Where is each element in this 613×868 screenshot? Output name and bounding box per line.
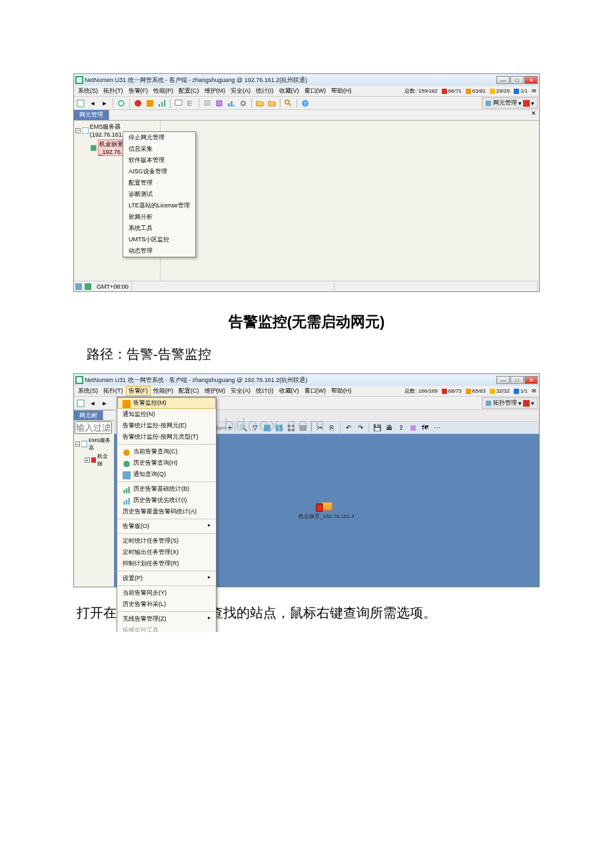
menu-stats[interactable]: 统计(I) [253, 387, 277, 395]
menu-stats[interactable]: 统计(I) [253, 87, 277, 95]
menu-favorites[interactable]: 收藏(V) [277, 387, 302, 395]
menu-history-base-stat[interactable]: 历史告警基础统计(B) [117, 483, 216, 495]
nav-back-icon[interactable]: ◄ [87, 98, 98, 109]
layout2-icon[interactable] [274, 423, 285, 433]
cube-icon[interactable] [214, 98, 225, 109]
ctx-sys-tools[interactable]: 系统工具 [123, 223, 195, 234]
menu-maintain[interactable]: 维护(M) [202, 387, 229, 395]
help-icon[interactable]: ? [300, 98, 310, 109]
menu-help[interactable]: 帮助(H) [328, 87, 354, 95]
grid-icon[interactable] [286, 423, 297, 433]
ctx-stop-ne[interactable]: 停止网元管理 [123, 132, 195, 143]
tab-close-icon[interactable]: ✕ [528, 110, 539, 120]
tree-icon[interactable] [185, 98, 196, 109]
tree-filter-input[interactable] [75, 421, 112, 434]
menu-alarm-stat-ne[interactable]: 告警统计监控-按网元(E) [117, 420, 216, 431]
menu-performance[interactable]: 性能(P) [151, 87, 176, 95]
window-close-button[interactable]: ✕ [524, 376, 538, 384]
layout1-icon[interactable] [262, 423, 273, 433]
window-maximize-button[interactable]: □ [510, 76, 524, 84]
menu-history-quality-stat[interactable]: 历史告警优劣统计(I) [117, 495, 216, 506]
menu-topology[interactable]: 拓扑(T) [101, 387, 126, 395]
nav-new-icon[interactable] [75, 398, 86, 409]
menu-system[interactable]: 系统(S) [75, 387, 101, 395]
menu-history-cover-stat[interactable]: 历史告警覆盖告警码统计(A) [117, 506, 216, 517]
menu-suppress-plan-task[interactable]: 抑制计划任务管理(R) [117, 558, 216, 569]
more-icon[interactable]: ⋯ [432, 423, 442, 433]
tab-ne-management[interactable]: 网元管理 [74, 110, 109, 120]
list-icon[interactable] [202, 98, 213, 109]
nav-new-icon[interactable] [75, 98, 86, 109]
key-icon[interactable] [283, 98, 294, 109]
menu-alarm-stat-netype[interactable]: 告警统计监控-按网元类型(T) [117, 431, 216, 443]
menu-history-alarm-recollect[interactable]: 历史告警补采(L) [117, 599, 216, 610]
copy-icon[interactable]: ⎘ [326, 423, 337, 433]
nav-back-icon[interactable]: ◄ [87, 398, 98, 409]
window-close-button[interactable]: ✕ [524, 76, 538, 84]
chart2-icon[interactable] [226, 98, 237, 109]
menu-help[interactable]: 帮助(H) [328, 387, 354, 395]
refresh-icon[interactable] [116, 98, 127, 109]
folder2-icon[interactable] [267, 98, 277, 109]
layers-icon[interactable] [408, 423, 418, 433]
save-icon[interactable]: 💾 [372, 423, 382, 433]
gear-icon[interactable] [238, 98, 249, 109]
menu-alarm[interactable]: 告警(F) [126, 386, 151, 396]
window-minimize-button[interactable]: — [496, 76, 510, 84]
ctx-aisg[interactable]: AISG设备管理 [123, 166, 195, 177]
export-icon[interactable]: ⇪ [396, 423, 406, 433]
window-icon[interactable] [173, 98, 184, 109]
window-maximize-button[interactable]: □ [510, 376, 524, 384]
menu-timed-output-task[interactable]: 定时输出任务管理(X) [117, 547, 216, 558]
cut-icon[interactable]: ✂ [314, 423, 325, 433]
menu-performance[interactable]: 性能(P) [151, 387, 176, 395]
expand-icon[interactable]: − [75, 128, 81, 133]
menu-wireless-alarm-mgmt[interactable]: 无线告警管理(Z) [117, 613, 216, 625]
print-icon[interactable]: 🖶 [384, 423, 394, 433]
expand-icon[interactable]: + [85, 457, 90, 463]
list2-icon[interactable] [298, 423, 308, 433]
mail-icon[interactable]: ✉ [532, 388, 536, 394]
menu-window[interactable]: 窗口(W) [302, 387, 329, 395]
tab-ne-tree[interactable]: 网元树 [74, 411, 103, 420]
undo-icon[interactable]: ↶ [343, 423, 354, 433]
menu-settings[interactable]: 设置(P) [117, 573, 216, 584]
view-orange-icon[interactable] [145, 98, 155, 109]
menu-current-alarm-sync[interactable]: 当前告警同步(Y) [117, 587, 216, 599]
ctx-info-collect[interactable]: 信息采集 [123, 143, 195, 155]
nav-fwd-icon[interactable]: ► [99, 398, 110, 409]
menu-alarm-board[interactable]: 告警板(O) [117, 521, 216, 532]
menu-alarm[interactable]: 告警(F) [126, 87, 151, 95]
mail-icon[interactable]: ✉ [532, 88, 536, 94]
nav-fwd-icon[interactable]: ► [99, 98, 110, 109]
redo-icon[interactable]: ↷ [355, 423, 366, 433]
panel-selector[interactable]: 网元管理 ▾ ▾ [482, 97, 538, 109]
menu-notify-query[interactable]: 通知查询(Q) [117, 469, 216, 480]
ctx-lte-license[interactable]: LTE基站的License管理 [123, 200, 195, 211]
filter-icon[interactable]: ▽ [250, 423, 261, 433]
window-minimize-button[interactable]: — [496, 376, 510, 384]
menu-system[interactable]: 系统(S) [75, 87, 101, 95]
ctx-config[interactable]: 配置管理 [123, 177, 195, 189]
view-red-icon[interactable] [133, 98, 143, 109]
ctx-umts-cell[interactable]: UMTS小区监控 [123, 234, 195, 245]
ctx-rf-analysis[interactable]: 射频分析 [123, 211, 195, 223]
folder-icon[interactable] [255, 98, 265, 109]
topology-node[interactable]: 机金丽景_192.76.161.4 [299, 501, 354, 519]
menu-security[interactable]: 安全(A) [228, 87, 253, 95]
tree-child-node[interactable]: + 机金丽 [75, 452, 113, 468]
menu-config[interactable]: 配置(C) [176, 387, 202, 395]
menu-security[interactable]: 安全(A) [228, 387, 253, 395]
menu-config[interactable]: 配置(C) [176, 87, 202, 95]
panel-selector[interactable]: 拓扑管理 ▾ ▾ [482, 397, 538, 409]
expand-icon[interactable]: − [75, 441, 80, 447]
ctx-diagnose[interactable]: 诊断测试 [123, 189, 195, 200]
chart-icon[interactable] [157, 98, 167, 109]
ctx-sw-version[interactable]: 软件版本管理 [123, 155, 195, 166]
menu-topology[interactable]: 拓扑(T) [101, 87, 126, 95]
menu-history-alarm-query[interactable]: 历史告警查询(H) [117, 457, 216, 469]
menu-timed-stat-task[interactable]: 定时统计任务管理(S) [117, 535, 216, 547]
menu-alarm-monitor[interactable]: 告警监控(M) [117, 397, 216, 409]
menu-window[interactable]: 窗口(W) [302, 87, 329, 95]
menu-notify-monitor[interactable]: 通知监控(N) [117, 409, 216, 420]
